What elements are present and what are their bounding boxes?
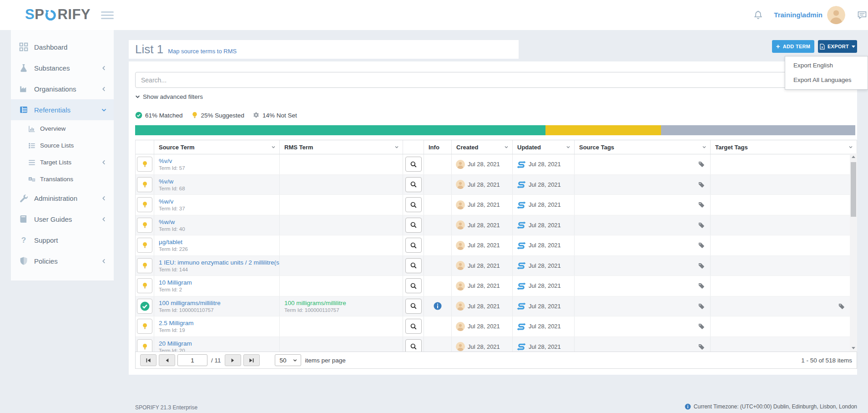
- source-term-link[interactable]: %v/w: [159, 178, 173, 185]
- sidebar-item-policies[interactable]: Policies: [11, 250, 114, 271]
- column-created[interactable]: Created: [452, 140, 513, 154]
- book-icon: [19, 214, 28, 224]
- check-circle-icon: [140, 301, 150, 311]
- sidebar-item-support[interactable]: ?Support: [11, 229, 114, 250]
- status-suggested-button[interactable]: [137, 278, 152, 293]
- cell-source-tags: [575, 316, 711, 337]
- chevron-down-icon: [293, 358, 297, 362]
- column-source-tags[interactable]: Source Tags: [575, 140, 711, 154]
- sidebar-item-referentials[interactable]: Referentials: [11, 99, 114, 120]
- sidebar-item-dashboard[interactable]: Dashboard: [11, 36, 114, 57]
- target-tag-icon[interactable]: [838, 303, 845, 310]
- sidebar-item-substances[interactable]: Substances: [11, 57, 114, 78]
- source-tag-icon[interactable]: [698, 303, 705, 310]
- source-tag-icon[interactable]: [698, 282, 705, 289]
- source-tag-icon[interactable]: [698, 161, 705, 168]
- notifications-bell-icon[interactable]: [753, 10, 763, 20]
- page-number-input[interactable]: [177, 354, 207, 366]
- source-tag-icon[interactable]: [698, 222, 705, 229]
- source-term-link[interactable]: %v/v: [159, 157, 172, 165]
- source-term-link[interactable]: 10 Milligram: [159, 279, 192, 286]
- status-matched-button[interactable]: [137, 299, 152, 314]
- last-page-button[interactable]: [243, 354, 260, 366]
- source-tag-icon[interactable]: [698, 201, 705, 208]
- export-button[interactable]: x EXPORT: [818, 40, 857, 53]
- column-target-tags[interactable]: Target Tags: [711, 140, 857, 154]
- created-date: Jul 28, 2021: [468, 222, 500, 229]
- source-term-link[interactable]: 100 milligrams/millilitre: [159, 299, 221, 307]
- rms-term-link[interactable]: 100 milligrams/millilitre: [284, 299, 346, 307]
- source-term-link[interactable]: 1 IEU: immuno enzymatic units / 2 millil…: [159, 259, 280, 266]
- add-term-button[interactable]: + ADD TERM: [772, 40, 814, 53]
- sidebar-item-overview[interactable]: Overview: [11, 120, 114, 137]
- preview-term-button[interactable]: [405, 218, 422, 233]
- source-term-link[interactable]: 2.5 Milligram: [159, 319, 194, 327]
- sidebar-item-target-lists[interactable]: Target Lists: [11, 154, 114, 171]
- source-term-id: Term Id: 57: [159, 165, 185, 171]
- status-suggested-button[interactable]: [137, 157, 152, 172]
- progress-notset-segment: [661, 125, 855, 135]
- first-page-button[interactable]: [140, 354, 156, 366]
- table-scrollbar[interactable]: [850, 153, 857, 352]
- sidebar-item-translations[interactable]: ATranslations: [11, 171, 114, 188]
- items-per-page-select[interactable]: 50: [275, 354, 301, 366]
- next-page-button[interactable]: [225, 354, 241, 366]
- preview-term-button[interactable]: [405, 157, 422, 172]
- cell-source-tags: [575, 256, 711, 276]
- source-term-link[interactable]: µg/tablet: [159, 238, 182, 246]
- cell-status: [136, 316, 154, 337]
- status-suggested-button[interactable]: [137, 177, 152, 192]
- column-updated[interactable]: Updated: [513, 140, 575, 154]
- user-avatar[interactable]: [827, 6, 845, 24]
- source-tag-icon[interactable]: [698, 262, 705, 269]
- status-suggested-button[interactable]: [137, 218, 152, 233]
- source-term-link[interactable]: %w/w: [159, 218, 175, 226]
- previous-page-button[interactable]: [159, 354, 175, 366]
- chevron-down-icon: [101, 107, 106, 112]
- preview-term-button[interactable]: [405, 238, 422, 253]
- source-term-link[interactable]: %w/v: [159, 198, 173, 205]
- search-input[interactable]: [135, 72, 851, 88]
- created-date: Jul 28, 2021: [468, 242, 500, 249]
- source-tag-icon[interactable]: [698, 242, 705, 249]
- current-user[interactable]: Training\admin: [774, 11, 823, 19]
- hamburger-menu-icon[interactable]: [101, 11, 114, 19]
- preview-term-button[interactable]: [405, 258, 422, 273]
- table-row: %w/vTerm Id: 37Jul 28, 2021Jul 28, 2021: [136, 195, 857, 215]
- listsq-icon: [28, 142, 35, 149]
- preview-term-button[interactable]: [405, 278, 422, 293]
- sidebar-item-administration[interactable]: Administration: [11, 188, 114, 209]
- show-advanced-filters-toggle[interactable]: Show advanced filters: [135, 93, 203, 100]
- source-term-link[interactable]: 20 Milligram: [159, 340, 192, 347]
- lightbulb-icon: [141, 262, 148, 269]
- preview-term-button[interactable]: [405, 197, 422, 212]
- cell-info: [424, 215, 452, 235]
- scrollbar-down-arrow[interactable]: [850, 345, 857, 352]
- menu-item-export-all-languages[interactable]: Export All Languages: [785, 73, 868, 87]
- sporify-logo[interactable]: SPRIFY: [25, 6, 91, 23]
- status-suggested-button[interactable]: [137, 319, 152, 334]
- status-suggested-button[interactable]: [137, 258, 152, 273]
- chevron-left-icon: [101, 66, 106, 71]
- column-source-term[interactable]: Source Term: [154, 140, 280, 154]
- preview-term-button[interactable]: [405, 319, 422, 334]
- info-icon[interactable]: [434, 302, 442, 310]
- source-tag-icon[interactable]: [698, 181, 705, 188]
- scrollbar-up-arrow[interactable]: [850, 153, 857, 160]
- source-tag-icon[interactable]: [698, 343, 705, 350]
- preview-term-button[interactable]: [405, 177, 422, 192]
- source-tag-icon[interactable]: [698, 323, 705, 330]
- chat-bubble-icon[interactable]: [857, 10, 867, 20]
- cell-created: Jul 28, 2021: [452, 154, 513, 174]
- column-rms-term[interactable]: RMS Term: [280, 140, 403, 154]
- status-suggested-button[interactable]: [137, 197, 152, 212]
- sidebar-item-source-lists[interactable]: Source Lists: [11, 137, 114, 154]
- cell-status: [136, 175, 154, 195]
- created-date: Jul 28, 2021: [468, 181, 500, 188]
- scrollbar-thumb[interactable]: [851, 162, 856, 217]
- sidebar-item-user-guides[interactable]: User Guides: [11, 209, 114, 229]
- sidebar-item-organisations[interactable]: Organisations: [11, 78, 114, 99]
- menu-item-export-english[interactable]: Export English: [785, 58, 868, 73]
- status-suggested-button[interactable]: [137, 238, 152, 253]
- preview-term-button[interactable]: [405, 299, 422, 314]
